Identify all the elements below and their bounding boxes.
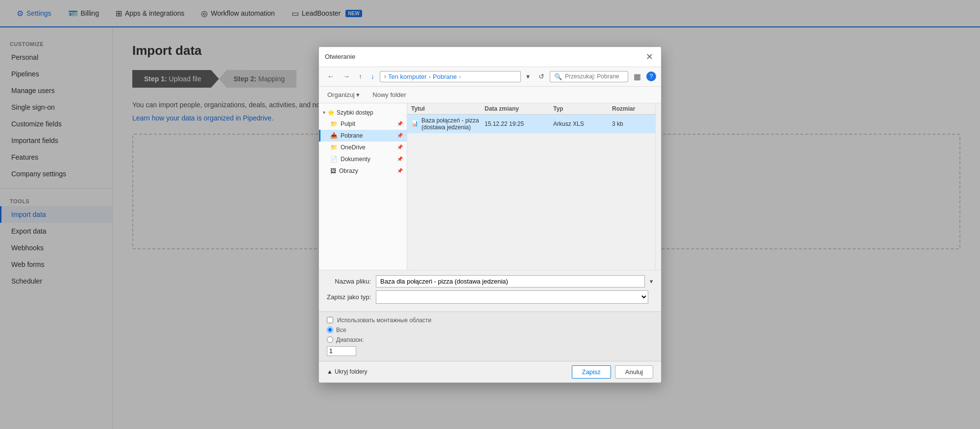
- chevron-down-icon: ▾: [323, 110, 325, 115]
- filetype-label: Zapisz jako typ:: [327, 293, 371, 301]
- pin-icon: 📌: [397, 121, 403, 126]
- path-part-pobrane[interactable]: Pobrane: [433, 73, 457, 80]
- file-list-header: Tytuł Data zmiany Typ Rozmiar: [407, 103, 655, 115]
- folder-pobrane-icon: 📥: [330, 132, 338, 139]
- filename-dropdown-arrow: ▾: [650, 278, 653, 285]
- range-number-input[interactable]: [327, 346, 356, 356]
- file-name: Baza połączeń - pizza (dostawa jedzenia): [421, 117, 485, 131]
- hide-folders-label: Ukryj foldery: [335, 368, 368, 375]
- search-icon: 🔍: [554, 73, 562, 80]
- radio-all-label: Все: [336, 327, 346, 334]
- radio-all-input[interactable]: [327, 327, 333, 333]
- quick-access-header[interactable]: ▾ ⭐ Szybki dostęp: [319, 107, 407, 118]
- up-button[interactable]: ↑: [355, 71, 366, 82]
- view-toggle-button[interactable]: ▦: [630, 70, 644, 83]
- table-row[interactable]: 📊 Baza połączeń - pizza (dostawa jedzeni…: [407, 115, 655, 133]
- dialog-filename-section: Nazwa pliku: ▾ Zapisz jako typ:: [319, 270, 661, 311]
- col-size[interactable]: Rozmiar: [612, 105, 651, 112]
- filename-input[interactable]: [376, 275, 645, 287]
- dialog-title: Otwieranie: [325, 53, 355, 60]
- folder-dokumenty-icon: 📄: [330, 156, 338, 163]
- new-folder-button[interactable]: Nowy folder: [369, 89, 410, 100]
- file-type: Arkusz XLS: [553, 120, 612, 127]
- radio-range-label: Диапазон:: [336, 336, 364, 343]
- dialog-files: Tytuł Data zmiany Typ Rozmiar 📊 Baza poł…: [407, 103, 655, 270]
- col-title[interactable]: Tytuł: [411, 105, 485, 112]
- dialog-nav: ▾ ⭐ Szybki dostęp 📁 Pulpit 📌 📥 Pobrane 📌: [319, 103, 407, 270]
- file-size: 3 kb: [612, 120, 651, 127]
- organize-button[interactable]: Organizuj ▾: [324, 89, 363, 100]
- excel-file-icon: 📊: [411, 120, 418, 128]
- folder-onedrive-icon: 📁: [330, 144, 338, 151]
- forward-button[interactable]: →: [340, 71, 353, 82]
- filetype-row: Zapisz jako typ:: [327, 290, 653, 304]
- back-button[interactable]: ←: [324, 71, 338, 82]
- file-date: 15.12.22 19:25: [485, 120, 553, 127]
- radio-all: Все: [327, 327, 431, 334]
- pin-dokumenty-icon: 📌: [397, 156, 403, 162]
- folder-pulpit-icon: 📁: [330, 120, 338, 127]
- filetype-select[interactable]: [376, 290, 648, 304]
- dialog-overlay: Otwieranie ✕ ← → ↑ ↓ › Ten komputer › Po…: [0, 0, 980, 429]
- star-icon: ⭐: [327, 109, 335, 116]
- save-button[interactable]: Zapisz: [572, 365, 611, 379]
- chevron-up-icon: ▲: [327, 368, 333, 375]
- path-part-computer[interactable]: Ten komputer: [388, 73, 427, 80]
- dialog-scrollbar[interactable]: [655, 103, 661, 270]
- col-type[interactable]: Typ: [553, 105, 612, 112]
- quick-access-label: Szybki dostęp: [337, 109, 373, 116]
- dialog-titlebar: Otwieranie ✕: [319, 47, 661, 67]
- path-controls: ▾ ↺: [523, 71, 548, 82]
- pin-onedrive-icon: 📌: [397, 144, 403, 150]
- nav-item-dokumenty[interactable]: 📄 Dokumenty 📌: [319, 153, 407, 165]
- quick-access-group: ▾ ⭐ Szybki dostęp 📁 Pulpit 📌 📥 Pobrane 📌: [319, 107, 407, 177]
- checkbox-label: Использовать монтажные области: [337, 317, 431, 324]
- dialog-footer: ▲ Ukryj foldery Zapisz Anuluj: [319, 361, 661, 382]
- path-dropdown-button[interactable]: ▾: [523, 71, 533, 82]
- radio-range-input[interactable]: [327, 336, 333, 343]
- col-date[interactable]: Data zmiany: [485, 105, 553, 112]
- organize-toolbar: Organizuj ▾ Nowy folder: [319, 87, 661, 103]
- refresh-button[interactable]: ↺: [535, 71, 548, 82]
- download-arrow-button[interactable]: ↓: [368, 71, 378, 82]
- checkbox-input[interactable]: [327, 317, 333, 323]
- help-button[interactable]: ?: [646, 72, 656, 81]
- filename-label: Nazwa pliku:: [327, 278, 371, 285]
- pin-active-icon: 📌: [397, 133, 403, 138]
- folder-obrazy-icon: 🖼: [330, 167, 336, 174]
- radio-range: Диапазон:: [327, 336, 431, 343]
- nav-item-pobrane[interactable]: 📥 Pobrane 📌: [319, 130, 407, 142]
- file-dialog: Otwieranie ✕ ← → ↑ ↓ › Ten komputer › Po…: [318, 47, 662, 383]
- pin-obrazy-icon: 📌: [397, 168, 403, 173]
- cancel-button[interactable]: Anuluj: [615, 365, 653, 379]
- path-bar: › Ten komputer › Pobrane ›: [380, 71, 521, 82]
- dialog-close-button[interactable]: ✕: [643, 51, 655, 63]
- footer-buttons: Zapisz Anuluj: [572, 365, 653, 379]
- nav-item-pulpit[interactable]: 📁 Pulpit 📌: [319, 118, 407, 130]
- dialog-toolbar: ← → ↑ ↓ › Ten komputer › Pobrane › ▾ ↺ 🔍…: [319, 67, 661, 87]
- dialog-body: ▾ ⭐ Szybki dostęp 📁 Pulpit 📌 📥 Pobrane 📌: [319, 103, 661, 270]
- file-name-cell: 📊 Baza połączeń - pizza (dostawa jedzeni…: [411, 117, 485, 131]
- hide-folders-button[interactable]: ▲ Ukryj foldery: [327, 368, 368, 375]
- extra-options: Использовать монтажные области Все Диапа…: [319, 311, 661, 361]
- search-box: 🔍: [550, 71, 628, 82]
- path-arrow: ›: [384, 73, 386, 80]
- checkbox-use-mounting-areas: Использовать монтажные области: [327, 317, 431, 324]
- file-list-body: 📊 Baza połączeń - pizza (dostawa jedzeni…: [407, 115, 655, 270]
- organize-chevron-icon: ▾: [356, 91, 360, 98]
- nav-item-obrazy[interactable]: 🖼 Obrazy 📌: [319, 165, 407, 177]
- filename-row: Nazwa pliku: ▾: [327, 275, 653, 287]
- nav-item-onedrive[interactable]: 📁 OneDrive 📌: [319, 142, 407, 153]
- search-input[interactable]: [565, 73, 624, 80]
